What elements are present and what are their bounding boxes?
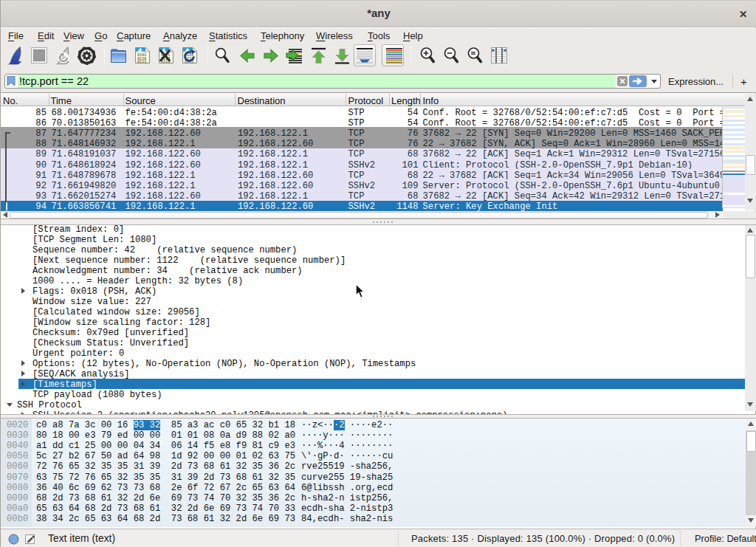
svg-text:0111: 0111 (137, 60, 146, 64)
